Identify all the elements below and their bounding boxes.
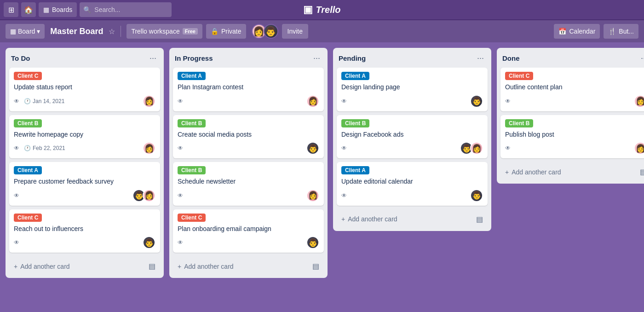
- card-label: Client A: [341, 72, 369, 80]
- top-nav: ⊞ 🏠 ▦ Boards 🔍 ▣ Trello: [0, 0, 644, 20]
- card[interactable]: Client BSchedule newsletter👁👩: [173, 162, 324, 206]
- card-title: Outline content plan: [505, 83, 644, 92]
- card[interactable]: Client CReach out to influencers👁👨: [9, 209, 160, 253]
- column-menu-button-done[interactable]: ···: [639, 52, 644, 64]
- plus-icon: +: [505, 168, 509, 176]
- board-area: To Do···Client CUpdate status report👁🕐 J…: [0, 42, 644, 312]
- invite-button[interactable]: Invite: [282, 24, 308, 39]
- boards-button[interactable]: ▦ Boards: [39, 2, 77, 17]
- card-title: Plan Instagram contest: [178, 83, 319, 92]
- card-avatars-group: 👩: [634, 95, 644, 108]
- card[interactable]: Client BRewrite homepage copy👁🕐 Feb 22, …: [9, 115, 160, 159]
- card-avatars-group: 👩: [143, 142, 155, 155]
- card-meta: 👁: [178, 192, 183, 199]
- add-card-label: Add another card: [512, 168, 561, 176]
- card-title: Update editorial calendar: [341, 177, 483, 186]
- column-menu-button-todo[interactable]: ···: [148, 52, 158, 64]
- avatar-member2[interactable]: 👨: [264, 24, 278, 39]
- add-card-button-inprogress[interactable]: +Add another card▤: [173, 258, 324, 274]
- butler-icon: 🍴: [608, 28, 616, 35]
- boards-icon: ▦: [43, 6, 49, 13]
- trello-logo-text: Trello: [316, 5, 340, 15]
- card-footer: 👁👩: [505, 95, 644, 108]
- card-avatars-group: 👩: [143, 95, 155, 108]
- card[interactable]: Client COutline content plan👁👩: [500, 68, 644, 111]
- card-date: 🕐 Jan 14, 2021: [24, 98, 64, 104]
- column-title-pending: Pending: [339, 54, 366, 62]
- sub-nav-right: 📅 Calendar 🍴 But...: [554, 24, 638, 39]
- card-watch-icon: 👁: [505, 98, 511, 104]
- search-input[interactable]: [80, 2, 172, 17]
- card-title: Schedule newsletter: [178, 177, 319, 186]
- plus-icon: +: [341, 215, 345, 223]
- butler-button[interactable]: 🍴 But...: [604, 24, 638, 39]
- card-title: Publish blog post: [505, 130, 644, 139]
- card-title: Create social media posts: [178, 130, 319, 139]
- column-header-inprogress: In Progress···: [169, 48, 328, 68]
- card-avatar: 👨: [470, 189, 483, 202]
- column-menu-button-inprogress[interactable]: ···: [311, 52, 322, 64]
- board-view-button[interactable]: ▦ Board ▾: [6, 24, 45, 39]
- card[interactable]: Client AUpdate editorial calendar👁👨: [337, 162, 488, 206]
- card-watch-icon: 👁: [14, 239, 19, 246]
- add-card-label: Add another card: [20, 263, 69, 270]
- star-button[interactable]: ☆: [109, 27, 115, 36]
- card-meta: 👁: [178, 239, 183, 246]
- column-body-done: Client COutline content plan👁👩Client BPu…: [497, 68, 644, 162]
- home-button[interactable]: 🏠: [21, 2, 36, 17]
- calendar-icon: 📅: [558, 28, 566, 35]
- card-footer: 👁👨: [341, 189, 483, 202]
- lock-icon: 🔒: [211, 28, 218, 35]
- card-meta: 👁: [14, 192, 19, 199]
- card-title: Design Facebook ads: [341, 130, 483, 139]
- card-title: Design landing page: [341, 83, 483, 92]
- clock-icon: 🕐: [24, 98, 31, 104]
- card[interactable]: Client CUpdate status report👁🕐 Jan 14, 2…: [9, 68, 160, 111]
- card-label: Client C: [14, 214, 42, 222]
- add-card-button-done[interactable]: +Add another card▤: [500, 164, 644, 180]
- grid-menu-button[interactable]: ⊞: [4, 2, 18, 17]
- card[interactable]: Client BPublish blog post👁👩: [500, 115, 644, 159]
- card-footer: 👁👩: [178, 189, 319, 202]
- calendar-button[interactable]: 📅 Calendar: [554, 24, 600, 39]
- card[interactable]: Client APrepare customer feedback survey…: [9, 162, 160, 206]
- add-card-template-icon: ▤: [149, 262, 155, 271]
- add-card-button-pending[interactable]: +Add another card▤: [337, 211, 488, 227]
- card-watch-icon: 👁: [14, 98, 19, 104]
- card-footer: 👁👩: [505, 142, 644, 155]
- card-footer: 👁🕐 Feb 22, 2021👩: [14, 142, 155, 155]
- board-view-label: Board: [18, 28, 35, 35]
- search-wrapper: 🔍: [80, 2, 172, 17]
- card[interactable]: Client BCreate social media posts👁👨: [173, 115, 324, 159]
- card[interactable]: Client BDesign Facebook ads👁👨👩: [337, 115, 488, 159]
- card-footer: 👁👨👩: [14, 189, 155, 202]
- card[interactable]: Client APlan Instagram contest👁👩: [173, 68, 324, 111]
- card-label: Client B: [178, 166, 206, 174]
- card-avatar: 👩: [634, 142, 644, 155]
- butler-label: But...: [619, 28, 634, 35]
- private-label: Private: [221, 28, 242, 35]
- add-card-button-todo[interactable]: +Add another card▤: [9, 258, 160, 274]
- board-title: Master Board: [50, 27, 103, 36]
- board-view-icon: ▦: [10, 28, 16, 35]
- workspace-button[interactable]: Trello workspace Free: [126, 24, 202, 39]
- card-label: Client C: [178, 214, 206, 222]
- card-label: Client B: [505, 119, 533, 127]
- card-meta: 👁: [341, 192, 347, 199]
- card-watch-icon: 👁: [178, 145, 183, 151]
- add-card-template-icon: ▤: [476, 215, 483, 224]
- card-watch-icon: 👁: [341, 145, 347, 151]
- card-avatar: 👨: [470, 95, 483, 108]
- column-menu-button-pending[interactable]: ···: [475, 52, 486, 64]
- card-label: Client C: [14, 72, 42, 80]
- column-header-done: Done···: [497, 48, 644, 68]
- card-title: Rewrite homepage copy: [14, 130, 155, 139]
- card-meta: 👁: [14, 239, 19, 246]
- card-footer: 👁👨👩: [341, 142, 483, 155]
- card[interactable]: Client ADesign landing page👁👨: [337, 68, 488, 111]
- card-avatar: 👩: [143, 189, 155, 202]
- card-avatar: 👩: [306, 95, 319, 108]
- private-button[interactable]: 🔒 Private: [206, 24, 246, 39]
- card[interactable]: Client CPlan onboarding email campaign👁👨: [173, 209, 324, 253]
- column-done: Done···Client COutline content plan👁👩Cli…: [497, 48, 644, 184]
